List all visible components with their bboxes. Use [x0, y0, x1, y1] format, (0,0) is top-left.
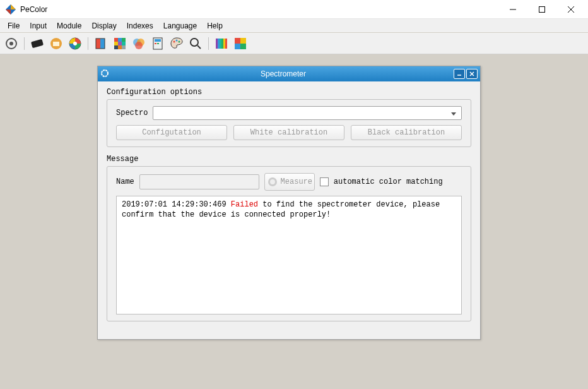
toolbar-divider: [24, 37, 25, 50]
svg-rect-9: [31, 39, 44, 47]
minimize-button[interactable]: [498, 0, 527, 19]
svg-point-8: [9, 42, 13, 45]
black-calibration-button[interactable]: Black calibration: [351, 125, 462, 140]
svg-line-37: [197, 45, 201, 49]
svg-marker-1: [11, 4, 16, 9]
svg-rect-30: [155, 39, 161, 42]
auto-match-checkbox[interactable]: [320, 177, 329, 186]
svg-rect-32: [157, 43, 159, 44]
svg-rect-22: [122, 42, 126, 45]
svg-point-48: [102, 70, 108, 76]
svg-point-33: [173, 40, 175, 42]
menubar: File Input Module Display Indexes Langua…: [0, 19, 588, 33]
svg-rect-25: [122, 45, 126, 49]
svg-rect-38: [216, 39, 218, 49]
message-groupbox: Name Measure automatic color matching 20…: [107, 166, 471, 321]
svg-rect-20: [114, 42, 118, 45]
svg-point-34: [176, 39, 178, 41]
config-section-label: Configuration options: [107, 88, 471, 97]
workspace: Spectrometer Configuration options Spect…: [0, 54, 588, 389]
toolbar-divider: [208, 37, 209, 50]
toolbar-divider: [88, 37, 88, 50]
svg-rect-14: [96, 39, 100, 49]
spectro-dropdown[interactable]: [153, 106, 462, 120]
measure-button[interactable]: Measure: [264, 173, 315, 191]
white-calibration-button[interactable]: White calibration: [233, 125, 344, 140]
svg-point-13: [73, 42, 77, 45]
app-icon: [5, 4, 16, 15]
svg-rect-42: [223, 39, 225, 49]
svg-rect-31: [155, 43, 156, 44]
grid-icon[interactable]: [112, 36, 127, 51]
svg-point-53: [270, 179, 275, 184]
quadrant-icon[interactable]: [233, 36, 248, 51]
svg-rect-23: [114, 45, 118, 49]
svg-rect-18: [118, 38, 122, 42]
svg-rect-4: [539, 6, 545, 12]
svg-rect-46: [235, 44, 240, 49]
folder-icon[interactable]: [49, 36, 64, 51]
svg-rect-40: [220, 39, 221, 49]
dialog-close-button[interactable]: [466, 69, 478, 79]
log-timestamp: 2019:07:01 14:29:30:469: [122, 200, 226, 209]
window-title: PeColor: [20, 5, 498, 14]
svg-rect-43: [225, 39, 227, 49]
svg-rect-19: [122, 38, 126, 42]
calculator-icon[interactable]: [150, 36, 165, 51]
menu-display[interactable]: Display: [86, 20, 121, 32]
gear-icon[interactable]: [4, 36, 19, 51]
svg-rect-11: [53, 42, 59, 46]
search-icon[interactable]: [188, 36, 203, 51]
spectro-label: Spectro: [116, 109, 148, 117]
svg-rect-24: [118, 45, 122, 49]
measure-label: Measure: [281, 177, 312, 186]
maximize-button[interactable]: [527, 0, 556, 19]
log-output[interactable]: 2019:07:01 14:29:30:469 Failed to find t…: [116, 196, 462, 314]
menu-language[interactable]: Language: [158, 20, 202, 32]
svg-point-36: [191, 39, 198, 46]
svg-rect-44: [235, 38, 240, 44]
window-titlebar: PeColor: [0, 0, 588, 19]
swatch-icon[interactable]: [93, 36, 109, 51]
svg-point-28: [135, 42, 143, 49]
dialog-minimize-button[interactable]: [454, 69, 465, 79]
spectrum-icon[interactable]: [214, 36, 229, 51]
dialog-icon: [100, 69, 110, 79]
log-failed: Failed: [231, 200, 258, 209]
svg-rect-41: [221, 39, 223, 49]
config-groupbox: Spectro Configutation White calibration …: [107, 99, 471, 147]
close-button[interactable]: [556, 0, 585, 19]
auto-match-label: automatic color matching: [334, 177, 443, 186]
dialog-titlebar[interactable]: Spectrometer: [98, 66, 480, 81]
dialog-title: Spectrometer: [113, 69, 454, 78]
name-label: Name: [116, 177, 134, 186]
keyboard-icon[interactable]: [30, 36, 45, 51]
svg-rect-45: [240, 38, 246, 44]
spectrometer-dialog: Spectrometer Configuration options Spect…: [97, 66, 481, 340]
svg-rect-39: [218, 39, 220, 49]
menu-indexes[interactable]: Indexes: [122, 20, 158, 32]
menu-module[interactable]: Module: [52, 20, 86, 32]
name-input[interactable]: [139, 174, 259, 189]
svg-marker-2: [6, 9, 11, 15]
toolbar: [0, 33, 588, 54]
svg-rect-17: [114, 38, 118, 42]
svg-rect-47: [240, 44, 246, 49]
venn-icon[interactable]: [131, 36, 146, 51]
palette-icon[interactable]: [169, 36, 184, 51]
svg-point-35: [179, 40, 180, 42]
svg-rect-21: [118, 42, 122, 45]
message-section-label: Message: [107, 155, 471, 164]
menu-help[interactable]: Help: [202, 20, 228, 32]
svg-rect-15: [100, 39, 105, 49]
color-wheel-icon[interactable]: [68, 36, 83, 51]
menu-file[interactable]: File: [3, 20, 25, 32]
aperture-icon: [267, 176, 278, 188]
configuration-button[interactable]: Configutation: [116, 125, 227, 140]
menu-input[interactable]: Input: [25, 20, 52, 32]
